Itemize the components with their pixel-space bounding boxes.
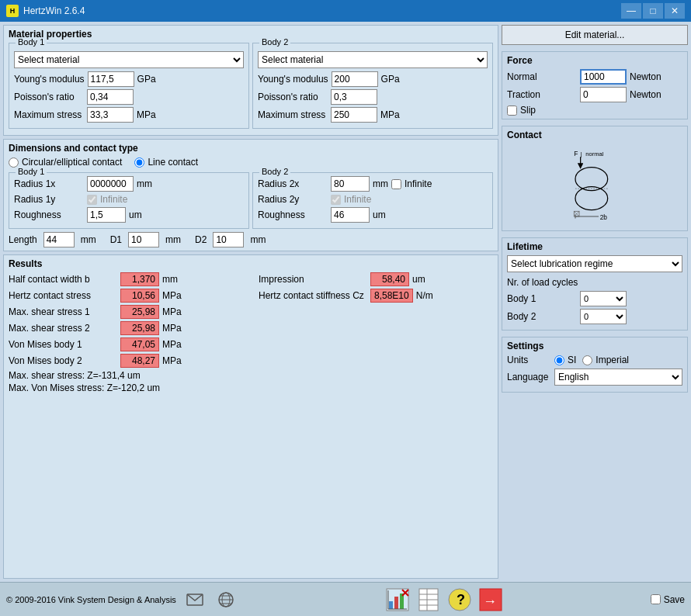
edit-material-button[interactable]: Edit material... xyxy=(502,25,688,45)
body1-maxstress-label: Maximum stress xyxy=(14,109,84,120)
max-shear2-row: Max. shear stress 2 25,98 MPa xyxy=(9,321,243,335)
body2-youngs-row: Young's modulus GPa xyxy=(258,71,488,87)
dim-roughness2-input[interactable] xyxy=(331,207,370,223)
maximize-button[interactable]: □ xyxy=(643,3,663,19)
body2-youngs-input[interactable] xyxy=(332,71,378,87)
d1-input[interactable] xyxy=(128,232,159,247)
body2-maxstress-input[interactable] xyxy=(331,107,377,123)
chart-icon[interactable] xyxy=(385,587,410,612)
normal-force-input[interactable] xyxy=(580,69,627,85)
load-cycles-body2-select[interactable]: 0 xyxy=(580,309,627,324)
language-label: Language xyxy=(507,372,550,382)
normal-force-unit: Newton xyxy=(630,71,661,82)
slip-label: Slip xyxy=(520,105,536,116)
circular-contact-option[interactable]: Circular/elliptical contact xyxy=(9,157,122,168)
dim-roughness1-input[interactable] xyxy=(87,207,126,223)
app-icon: H xyxy=(6,5,19,17)
length-input[interactable] xyxy=(43,232,75,247)
bottom-left: © 2009-2016 Vink System Design & Analysi… xyxy=(6,587,238,612)
line-contact-radio[interactable] xyxy=(134,157,144,168)
bottom-center-icons: ? → xyxy=(385,587,503,612)
report-icon[interactable] xyxy=(416,587,441,612)
email-icon[interactable] xyxy=(182,587,207,612)
dim-body2-group: Body 2 Radius 2x mm Infinite Radius 2y I… xyxy=(252,172,493,229)
dim-radius1y-infinite-label: Infinite xyxy=(100,194,127,205)
max-shear1-label: Max. shear stress 1 xyxy=(9,306,117,317)
imperial-radio[interactable] xyxy=(582,355,592,365)
body2-material-select[interactable]: Select material xyxy=(258,51,488,68)
impression-row: Impression 58,40 um xyxy=(259,272,493,286)
main-content: Material properties Body 1 Select materi… xyxy=(0,22,691,582)
body2-youngs-unit: GPa xyxy=(381,74,400,85)
dim-radius2x-unit: mm xyxy=(373,178,388,189)
dim-radius2x-input[interactable] xyxy=(331,176,370,192)
slip-checkbox[interactable] xyxy=(507,106,517,116)
svg-text:2b: 2b xyxy=(600,213,608,221)
circular-label[interactable]: Circular/elliptical contact xyxy=(22,157,122,168)
title-bar: H HertzWin 2.6.4 — □ ✕ xyxy=(0,0,691,22)
line-contact-option[interactable]: Line contact xyxy=(134,157,198,168)
si-option[interactable]: SI xyxy=(554,355,576,365)
copyright-text: © 2009-2016 Vink System Design & Analysi… xyxy=(6,595,176,604)
body2-poissons-input[interactable] xyxy=(331,89,377,105)
body1-poissons-input[interactable] xyxy=(87,89,134,105)
svg-text:normal: normal xyxy=(585,151,603,157)
body1-poissons-label: Poisson's ratio xyxy=(14,92,84,102)
svg-text:?: ? xyxy=(457,592,465,607)
max-shear2-label: Max. shear stress 2 xyxy=(9,323,117,334)
exit-icon[interactable]: → xyxy=(478,587,503,612)
load-cycles-body1-select[interactable]: 0 xyxy=(580,291,627,306)
units-radio-group: SI Imperial xyxy=(554,355,629,365)
max-shear1-row: Max. shear stress 1 25,98 MPa xyxy=(9,305,243,319)
body1-maxstress-row: Maximum stress MPa xyxy=(14,107,244,123)
dim-roughness2-label: Roughness xyxy=(258,209,328,220)
body1-material-select[interactable]: Select material xyxy=(14,51,244,68)
help-icon[interactable]: ? xyxy=(447,587,472,612)
contact-title: Contact xyxy=(507,130,682,140)
app-title: HertzWin 2.6.4 xyxy=(23,5,85,16)
body2-maxstress-label: Maximum stress xyxy=(258,109,328,120)
dim-radius2x-infinite-checkbox[interactable] xyxy=(391,179,401,189)
svg-rect-20 xyxy=(389,601,393,609)
dim-body2-label: Body 2 xyxy=(259,167,290,176)
imperial-option[interactable]: Imperial xyxy=(582,355,629,365)
save-checkbox[interactable] xyxy=(651,594,661,604)
dim-radius1x-input[interactable] xyxy=(87,176,134,192)
si-radio[interactable] xyxy=(554,355,564,365)
max-von-mises-z-text: Max. Von Mises stress: Z=-120,2 um xyxy=(9,382,243,393)
traction-input[interactable] xyxy=(580,87,627,102)
slip-row: Slip xyxy=(507,105,682,116)
von-mises1-label: Von Mises body 1 xyxy=(9,339,117,350)
body1-youngs-input[interactable] xyxy=(88,71,134,87)
body1-group: Body 1 Select material Young's modulus G… xyxy=(9,43,249,132)
normal-force-label: Normal xyxy=(507,71,577,82)
minimize-button[interactable]: — xyxy=(621,3,641,19)
max-shear1-value: 25,98 xyxy=(120,305,159,319)
close-button[interactable]: ✕ xyxy=(665,3,685,19)
dim-radius1x-row: Radius 1x mm xyxy=(14,176,244,192)
dim-radius2y-infinite-label: Infinite xyxy=(344,194,371,205)
globe-icon[interactable] xyxy=(214,587,238,612)
imperial-label[interactable]: Imperial xyxy=(596,355,629,365)
d2-input[interactable] xyxy=(213,232,244,247)
von-mises2-row: Von Mises body 2 48,27 MPa xyxy=(9,354,243,368)
language-select[interactable]: English xyxy=(554,369,682,386)
units-row: Units SI Imperial xyxy=(507,355,682,365)
units-label: Units xyxy=(507,355,550,365)
normal-force-row: Normal Newton xyxy=(507,69,682,85)
hertz-stress-value: 10,56 xyxy=(120,289,159,303)
body1-label: Body 1 xyxy=(16,37,47,47)
line-contact-label[interactable]: Line contact xyxy=(148,157,198,168)
dim-radius2x-infinite-label: Infinite xyxy=(405,178,432,189)
dim-radius1y-infinite-checkbox[interactable] xyxy=(87,195,97,205)
body1-maxstress-input[interactable] xyxy=(87,107,134,123)
circular-radio[interactable] xyxy=(9,157,19,168)
results-col-right: Impression 58,40 um Hertz contact stiffn… xyxy=(259,272,493,393)
dim-radius2y-infinite-checkbox[interactable] xyxy=(331,195,341,205)
max-shear2-unit: MPa xyxy=(162,323,182,334)
dim-radius1x-unit: mm xyxy=(137,178,152,189)
lubrication-select[interactable]: Select lubrication regime xyxy=(507,255,682,272)
body2-youngs-label: Young's modulus xyxy=(258,74,328,85)
si-label[interactable]: SI xyxy=(568,355,576,365)
lifetime-title: Lifetime xyxy=(507,241,682,252)
